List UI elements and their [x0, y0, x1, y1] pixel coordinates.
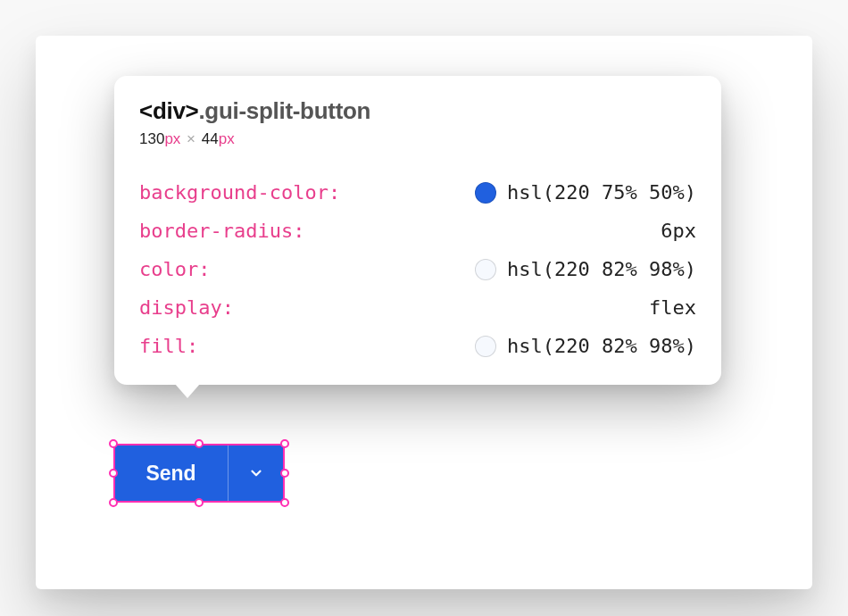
dimensions-separator: × — [185, 130, 197, 147]
color-swatch-icon — [475, 336, 496, 357]
height-unit: px — [219, 130, 235, 147]
css-property-row: border-radius: 6px — [139, 212, 696, 250]
css-property-name: background-color: — [139, 183, 340, 203]
css-property-name: display: — [139, 298, 234, 318]
color-swatch-icon — [475, 182, 496, 204]
css-property-row: background-color: hsl(220 75% 50%) — [139, 173, 696, 212]
selector-class: .gui-split-button — [198, 97, 370, 124]
send-button-label: Send — [145, 462, 195, 486]
height-number: 44 — [202, 130, 219, 147]
css-property-name: fill: — [139, 337, 198, 356]
element-inspector-tooltip: <div>.gui-split-button 130px × 44px back… — [114, 76, 721, 385]
css-property-value-text: 6px — [661, 221, 696, 241]
css-property-value-text: hsl(220 82% 98%) — [507, 337, 696, 356]
inspected-selector: <div>.gui-split-button — [139, 97, 696, 125]
chevron-down-icon — [248, 465, 264, 481]
inspected-element-wrapper: Send — [114, 445, 284, 502]
css-property-name: border-radius: — [139, 221, 304, 241]
selector-tag: <div> — [139, 97, 198, 124]
gui-split-button[interactable]: Send — [114, 445, 284, 502]
css-properties-list: background-color: hsl(220 75% 50%) borde… — [139, 173, 696, 365]
width-number: 130 — [139, 130, 164, 147]
width-unit: px — [164, 130, 180, 147]
css-property-value: hsl(220 75% 50%) — [475, 182, 696, 204]
css-property-value-text: hsl(220 82% 98%) — [507, 260, 696, 279]
css-property-value: 6px — [661, 221, 696, 241]
css-property-row: fill: hsl(220 82% 98%) — [139, 327, 696, 365]
css-property-row: display: flex — [139, 288, 696, 327]
split-button-dropdown[interactable] — [229, 445, 284, 502]
css-property-value: flex — [649, 298, 696, 318]
css-property-value: hsl(220 82% 98%) — [475, 259, 696, 280]
color-swatch-icon — [475, 259, 496, 280]
css-property-value-text: hsl(220 75% 50%) — [507, 183, 696, 203]
css-property-value: hsl(220 82% 98%) — [475, 336, 696, 357]
inspected-dimensions: 130px × 44px — [139, 130, 696, 148]
css-property-row: color: hsl(220 82% 98%) — [139, 250, 696, 288]
css-property-value-text: flex — [649, 298, 696, 318]
send-button[interactable]: Send — [114, 445, 228, 502]
css-property-name: color: — [139, 260, 210, 279]
